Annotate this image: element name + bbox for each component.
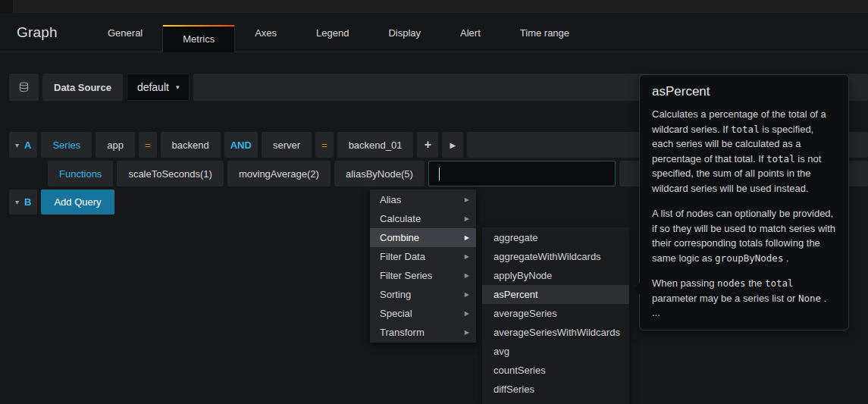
series-operator-2[interactable]: =	[315, 132, 334, 158]
chevron-right-icon: ▶	[465, 234, 469, 241]
text-cursor	[439, 168, 440, 180]
series-segment-server[interactable]: server	[262, 132, 312, 158]
chevron-right-icon: ▶	[465, 253, 469, 260]
tooltip-arrow	[634, 283, 640, 295]
query-b-collapse-toggle[interactable]: ▾ B	[9, 189, 37, 215]
chevron-right-icon: ▶	[465, 329, 469, 336]
function-scaletoseconds[interactable]: scaleToSeconds(1)	[117, 161, 224, 186]
add-function-input[interactable]	[429, 161, 615, 186]
datasource-select[interactable]: default ▾	[127, 74, 190, 101]
series-segment-backend-01[interactable]: backend_01	[337, 132, 414, 158]
submenu-item-aggregate[interactable]: aggregate	[482, 228, 629, 247]
tab-display[interactable]: Display	[368, 13, 440, 52]
menu-item-special[interactable]: Special▶	[370, 304, 476, 323]
caret-down-icon: ▾	[15, 141, 19, 149]
submenu-item-countseries[interactable]: countSeries	[482, 361, 629, 380]
series-segment-app[interactable]: app	[96, 132, 135, 158]
function-aliasbynode[interactable]: aliasByNode(5)	[334, 161, 425, 186]
menu-item-sorting[interactable]: Sorting▶	[370, 285, 476, 304]
query-a-collapse-toggle[interactable]: ▾ A	[9, 132, 37, 158]
datasource-label: Data Source	[42, 74, 123, 101]
caret-down-icon: ▾	[176, 83, 180, 91]
tab-legend[interactable]: Legend	[296, 13, 368, 52]
submenu-item-averageserieswithwildcards[interactable]: averageSeriesWithWildcards	[482, 323, 629, 342]
submenu-item-aggregatewithwildcards[interactable]: aggregateWithWildcards	[482, 247, 629, 266]
tooltip-paragraph-3: When passing nodes the total parameter m…	[652, 276, 836, 321]
graph-panel-bottom-edge	[13, 0, 868, 13]
tab-time-range[interactable]: Time range	[500, 13, 589, 52]
add-tag-button[interactable]: +	[417, 132, 438, 158]
tab-metrics[interactable]: Metrics	[162, 25, 235, 52]
combine-submenu: aggregate aggregateWithWildcards applyBy…	[482, 227, 629, 404]
run-query-button[interactable]: ▶	[442, 132, 463, 158]
submenu-item-applybynode[interactable]: applyByNode	[482, 266, 629, 285]
tooltip-title: asPercent	[652, 84, 836, 99]
function-description-tooltip: asPercent Calculates a percentage of the…	[639, 74, 849, 330]
datasource-icon-segment	[9, 74, 39, 101]
play-icon: ▶	[450, 141, 456, 149]
menu-item-transform[interactable]: Transform▶	[370, 323, 476, 342]
page-background-corner	[0, 0, 13, 13]
menu-item-alias[interactable]: Alias▶	[370, 190, 476, 209]
chevron-right-icon: ▶	[465, 215, 469, 222]
submenu-item-averageseries[interactable]: averageSeries	[482, 304, 629, 323]
tab-axes[interactable]: Axes	[235, 13, 296, 52]
submenu-item-avg[interactable]: avg	[482, 342, 629, 361]
chevron-right-icon: ▶	[465, 196, 469, 203]
editor-tabbar: Graph General Metrics Axes Legend Displa…	[0, 13, 868, 52]
caret-down-icon: ▾	[15, 198, 19, 206]
chevron-right-icon: ▶	[465, 310, 469, 317]
database-icon	[18, 81, 30, 93]
function-category-menu: Alias▶ Calculate▶ Combine▶ Filter Data▶ …	[370, 189, 476, 343]
tooltip-paragraph-1: Calculates a percentage of the total of …	[652, 107, 836, 196]
series-bool-and[interactable]: AND	[224, 132, 258, 158]
series-segment-backend[interactable]: backend	[161, 132, 221, 158]
menu-item-filter-data[interactable]: Filter Data▶	[370, 247, 476, 266]
datasource-value: default	[137, 81, 169, 93]
menu-item-filter-series[interactable]: Filter Series▶	[370, 266, 476, 285]
tab-alert[interactable]: Alert	[440, 13, 500, 52]
plus-icon: +	[425, 138, 431, 152]
functions-label: Functions	[48, 161, 113, 186]
function-movingaverage[interactable]: movingAverage(2)	[227, 161, 331, 186]
menu-item-combine[interactable]: Combine▶	[370, 228, 476, 247]
add-function-input-wrap	[428, 161, 616, 186]
query-letter-a: A	[24, 139, 31, 151]
page-title: Graph	[0, 13, 88, 52]
query-letter-b: B	[24, 196, 31, 208]
chevron-right-icon: ▶	[465, 272, 469, 279]
submenu-item-diffseries[interactable]: diffSeries	[482, 380, 629, 399]
series-label: Series	[41, 132, 92, 158]
submenu-item-aspercent[interactable]: asPercent	[482, 285, 629, 304]
chevron-right-icon: ▶	[465, 291, 469, 298]
add-query-button[interactable]: Add Query	[41, 189, 114, 215]
menu-item-calculate[interactable]: Calculate▶	[370, 209, 476, 228]
tooltip-paragraph-2: A list of nodes can optionally be provid…	[652, 206, 836, 265]
series-operator-1[interactable]: =	[139, 132, 157, 158]
tab-general[interactable]: General	[88, 13, 162, 52]
